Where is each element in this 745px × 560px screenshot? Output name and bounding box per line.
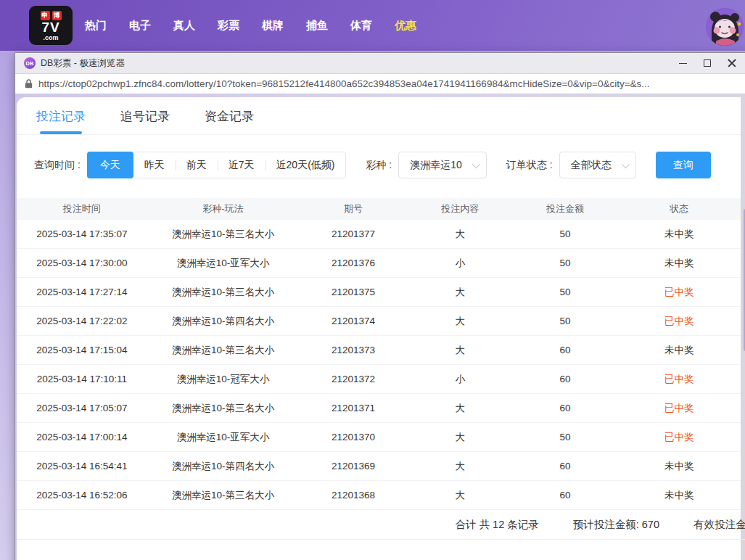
screen: 申 博 7V .com 热门 电子 真人 彩票 棋牌 捕鱼 体育 优惠 (0, 0, 745, 560)
order-status-label: 订单状态 : (506, 159, 553, 172)
cell-status: 未中奖 (617, 489, 741, 502)
cell-issue-no: 21201371 (299, 403, 408, 413)
table-row[interactable]: 2025-03-14 17:30:00 澳洲幸运10-亚军大小 21201376… (17, 249, 741, 278)
tab-fund-records[interactable]: 资金记录 (205, 108, 254, 134)
nav-item-slots[interactable]: 电子 (129, 19, 151, 33)
minimize-icon (679, 63, 687, 64)
cell-game-play: 澳洲幸运10-第四名大小 (147, 460, 300, 473)
col-header-game: 彩种-玩法 (147, 202, 300, 215)
time-range-group: 今天 昨天 前天 近7天 近20天(低频) (87, 152, 347, 178)
cell-bet-content: 大 (408, 489, 513, 502)
search-button[interactable]: 查询 (656, 152, 711, 178)
cell-status: 已中奖 (617, 373, 741, 386)
close-icon (728, 59, 736, 67)
time-option-daybefore[interactable]: 前天 (176, 152, 218, 178)
time-option-yesterday[interactable]: 昨天 (133, 152, 176, 178)
cell-bet-time: 2025-03-14 17:30:00 (17, 258, 147, 268)
url-text[interactable]: https://ctop02pchwp1.zfnc84.com/lottery/… (38, 78, 650, 89)
cell-bet-time: 2025-03-14 17:00:14 (17, 432, 147, 442)
nav-item-sports[interactable]: 体育 (350, 19, 372, 33)
user-avatar[interactable] (706, 8, 744, 46)
nav-item-hot[interactable]: 热门 (85, 19, 107, 33)
cell-issue-no: 21201377 (299, 228, 408, 239)
order-status-value: 全部状态 (571, 159, 612, 172)
cell-bet-time: 2025-03-14 17:05:07 (17, 403, 147, 413)
cell-status: 未中奖 (617, 344, 741, 357)
cell-issue-no: 21201368 (299, 490, 408, 501)
site-logo[interactable]: 申 博 7V .com (29, 6, 73, 45)
maximize-button[interactable] (695, 54, 720, 72)
table-row[interactable]: 2025-03-14 17:15:04 澳洲幸运10-第三名大小 2120137… (17, 336, 741, 365)
nav-item-cards[interactable]: 棋牌 (262, 19, 284, 33)
cell-game-play: 澳洲幸运10-第三名大小 (147, 402, 300, 415)
cell-status: 已中奖 (617, 286, 741, 299)
nav-item-promo[interactable]: 优惠 (395, 19, 416, 33)
cell-bet-amount: 60 (513, 490, 618, 501)
close-button[interactable] (720, 54, 744, 72)
cell-game-play: 澳洲幸运10-亚军大小 (147, 257, 300, 270)
browser-window: DB DB彩票 - 极速浏览器 https://ctop02pchwp1.zfn… (15, 52, 745, 560)
cell-bet-content: 大 (408, 228, 513, 241)
lock-icon (25, 79, 33, 88)
col-header-issue: 期号 (299, 202, 408, 215)
cell-game-play: 澳洲幸运10-冠军大小 (147, 373, 300, 386)
cell-bet-content: 大 (408, 431, 513, 444)
lottery-select[interactable]: 澳洲幸运10 (398, 152, 487, 178)
time-filter-label: 查询时间 : (34, 159, 81, 172)
table-row[interactable]: 2025-03-14 16:52:06 澳洲幸运10-第三名大小 2120136… (17, 481, 741, 510)
cell-bet-amount: 50 (513, 287, 618, 297)
cell-issue-no: 21201375 (299, 287, 408, 297)
nav-item-fishing[interactable]: 捕鱼 (306, 19, 328, 33)
logo-badges: 申 博 (41, 11, 62, 20)
cell-bet-content: 大 (408, 460, 513, 473)
table-row[interactable]: 2025-03-14 17:05:07 澳洲幸运10-第三名大小 2120137… (17, 394, 741, 423)
table-row[interactable]: 2025-03-14 17:00:14 澳洲幸运10-亚军大小 21201370… (17, 423, 741, 452)
cell-bet-amount: 50 (513, 228, 618, 239)
chevron-down-icon (621, 160, 629, 168)
time-option-today[interactable]: 今天 (87, 152, 133, 178)
cell-issue-no: 21201370 (299, 432, 408, 442)
cell-bet-time: 2025-03-14 17:15:04 (17, 345, 147, 355)
cell-bet-amount: 60 (513, 374, 618, 384)
page-viewport: 投注记录 追号记录 资金记录 查询时间 : 今天 昨天 前天 近7天 近20天(… (15, 94, 745, 560)
nav-item-lottery[interactable]: 彩票 (218, 19, 239, 33)
cell-issue-no: 21201372 (299, 374, 408, 384)
cell-bet-content: 大 (408, 344, 513, 357)
site-nav-menu: 热门 电子 真人 彩票 棋牌 捕鱼 体育 优惠 (85, 19, 416, 33)
time-option-7days[interactable]: 近7天 (218, 152, 266, 178)
address-bar[interactable]: https://ctop02pchwp1.zfnc84.com/lottery/… (15, 73, 745, 94)
cell-bet-amount: 50 (513, 432, 618, 442)
col-header-status: 状态 (617, 202, 741, 215)
table-row[interactable]: 2025-03-14 16:54:41 澳洲幸运10-第四名大小 2120136… (17, 452, 741, 481)
filter-bar: 查询时间 : 今天 昨天 前天 近7天 近20天(低频) 彩种 : 澳洲幸运10… (34, 152, 741, 178)
table-row[interactable]: 2025-03-14 17:27:14 澳洲幸运10-第三名大小 2120137… (17, 278, 741, 307)
summary-bar: 合计 共 12 条记录 预计投注金额: 670 有效投注金额 (17, 510, 745, 540)
window-title: DB彩票 - 极速浏览器 (41, 57, 125, 70)
cell-bet-amount: 60 (513, 345, 618, 355)
window-titlebar[interactable]: DB DB彩票 - 极速浏览器 (15, 53, 745, 73)
tab-bet-records[interactable]: 投注记录 (36, 108, 86, 134)
cell-game-play: 澳洲幸运10-第三名大小 (147, 344, 300, 357)
cell-bet-content: 大 (408, 315, 513, 328)
order-status-select[interactable]: 全部状态 (559, 152, 636, 178)
cell-status: 已中奖 (617, 315, 741, 328)
cell-bet-time: 2025-03-14 17:22:02 (17, 316, 147, 326)
col-header-time: 投注时间 (17, 202, 147, 215)
table-row[interactable]: 2025-03-14 17:10:11 澳洲幸运10-冠军大小 21201372… (17, 365, 741, 394)
table-row[interactable]: 2025-03-14 17:35:07 澳洲幸运10-第三名大小 2120137… (17, 220, 741, 249)
logo-badge-bo: 博 (52, 11, 62, 20)
col-header-amount: 投注金额 (513, 202, 618, 215)
cell-status: 未中奖 (617, 460, 741, 473)
cell-issue-no: 21201376 (299, 258, 408, 268)
logo-badge-shen: 申 (41, 11, 50, 20)
minimize-button[interactable] (670, 54, 695, 72)
tab-chase-records[interactable]: 追号记录 (120, 108, 170, 134)
summary-expected: 预计投注金额: 670 (573, 518, 659, 532)
table-row[interactable]: 2025-03-14 17:22:02 澳洲幸运10-第四名大小 2120137… (17, 307, 741, 336)
cell-bet-content: 大 (408, 286, 513, 299)
cell-status: 未中奖 (617, 228, 741, 241)
nav-item-live[interactable]: 真人 (173, 19, 195, 33)
cell-game-play: 澳洲幸运10-第三名大小 (147, 286, 300, 299)
time-option-20days[interactable]: 近20天(低频) (266, 152, 346, 178)
cell-status: 已中奖 (617, 402, 741, 415)
